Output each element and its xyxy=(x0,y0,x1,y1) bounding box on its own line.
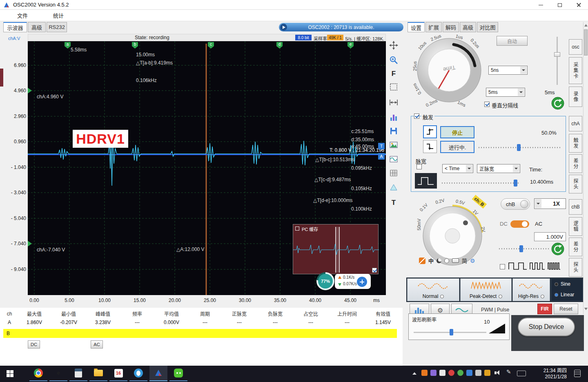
coupling-toggle[interactable] xyxy=(510,220,529,228)
taskbar-osc-app-icon[interactable] xyxy=(149,366,167,381)
panel-tab-decode[interactable]: 解码 xyxy=(443,22,459,32)
moon-icon[interactable] xyxy=(437,258,441,263)
pwm-pulse-label[interactable]: PWM | Pulse xyxy=(481,307,509,313)
panel-tab-settings[interactable]: 设置 xyxy=(408,22,425,32)
taskbar-wechat-icon[interactable] xyxy=(169,366,187,381)
strip-tab-diff-a[interactable]: 差分 xyxy=(569,154,582,173)
strip-tab-trigger[interactable]: 触发 xyxy=(569,134,582,153)
triangle-tool-icon[interactable] xyxy=(387,181,400,193)
pulse-width-slider-thumb[interactable] xyxy=(514,180,517,187)
pc-buffer-window[interactable]: PC 缓存 xyxy=(293,224,379,274)
peak-detect-radio[interactable] xyxy=(499,295,502,298)
fir-button[interactable]: FIR xyxy=(537,304,552,314)
start-button[interactable] xyxy=(0,366,20,381)
ime-bar[interactable]: 中 简 ⚙ xyxy=(419,257,475,264)
trigger-falling-edge-button[interactable] xyxy=(423,140,437,153)
dc-label[interactable]: DC xyxy=(500,221,508,227)
tray-icon-red[interactable] xyxy=(448,370,454,376)
trigger-tool-label[interactable]: T xyxy=(387,197,400,209)
logic-wave-checkbox[interactable] xyxy=(500,264,505,269)
linear-radio[interactable] xyxy=(555,293,558,297)
tray-icon-green[interactable] xyxy=(457,370,463,376)
high-res-radio[interactable] xyxy=(541,295,544,298)
tab-rs232[interactable]: RS232 xyxy=(47,22,67,32)
auto-button[interactable]: 自动 xyxy=(497,36,528,46)
taskbar-folder-icon[interactable] xyxy=(89,366,107,381)
scope-plot[interactable]: a b c d e 5.58ms 15.00ms △T[a-b]:9.419ms… xyxy=(28,41,386,295)
strip-tab-record[interactable]: 录像 xyxy=(569,87,582,107)
panel-tab-advanced[interactable]: 高级 xyxy=(460,22,476,32)
tray-icon-white[interactable] xyxy=(439,370,445,376)
offset-slider-thumb[interactable] xyxy=(519,245,523,252)
screenshot-icon[interactable] xyxy=(387,139,400,151)
strip-tab-osc[interactable]: osc xyxy=(569,39,582,55)
menu-file[interactable]: 文件 xyxy=(12,10,33,20)
histogram-icon[interactable] xyxy=(387,111,400,123)
taskbar-ie-icon[interactable]: e xyxy=(49,366,67,381)
taskbar-calculator-icon[interactable] xyxy=(69,366,87,381)
tray-speaker-icon[interactable] xyxy=(493,369,501,376)
probe-dropdown[interactable]: 1X xyxy=(534,198,566,209)
taskbar-clock[interactable]: 21:34 周四 2021/1/28 xyxy=(536,368,567,380)
row-b-highlight[interactable]: B xyxy=(3,329,397,338)
fft-tool-label[interactable]: F xyxy=(387,68,400,80)
taskbar-age16-icon[interactable]: 16 xyxy=(109,366,127,381)
add-button[interactable] xyxy=(357,277,367,287)
keyboard-icon[interactable] xyxy=(452,258,459,263)
tab-oscilloscope[interactable]: 示波器 xyxy=(3,22,27,32)
normal-radio[interactable] xyxy=(440,295,444,298)
timebase-dropdown-2[interactable]: 5ms xyxy=(486,88,525,97)
scroll-down-icon[interactable] xyxy=(584,308,588,310)
strip-tab-logic[interactable]: 逻辑 xyxy=(569,217,582,236)
strip-tab-capture-card[interactable]: 采集卡 xyxy=(569,57,582,84)
pulse-width-checkbox[interactable] xyxy=(416,164,422,169)
reset-button[interactable]: Reset xyxy=(554,304,578,314)
time-vertical-slider[interactable] xyxy=(557,37,558,85)
mode-normal[interactable]: Normal xyxy=(407,278,459,301)
gear-icon[interactable]: ⚙ xyxy=(470,258,475,264)
time-reset-button[interactable] xyxy=(551,97,564,110)
time-vertical-slider-thumb[interactable] xyxy=(554,52,560,57)
scroll-up-icon[interactable] xyxy=(584,24,588,27)
ime-lang-indicator[interactable]: 中 xyxy=(428,257,434,264)
select-region-icon[interactable] xyxy=(387,81,400,93)
tray-icon-blue[interactable] xyxy=(466,370,472,376)
channel-a-marker[interactable]: A xyxy=(378,153,385,160)
zoom-tool-icon[interactable] xyxy=(387,54,400,66)
action-center-icon[interactable] xyxy=(574,370,581,377)
ime-simplified-indicator[interactable]: 简 xyxy=(462,257,467,264)
pulse-condition-dropdown[interactable]: < Time xyxy=(442,164,473,173)
taskbar-chrome-icon[interactable] xyxy=(29,366,47,381)
trigger-running-button[interactable]: 进行中. xyxy=(440,141,474,153)
panel-scrollbar[interactable] xyxy=(583,22,588,314)
scrollbar-thumb[interactable] xyxy=(584,29,588,56)
strip-tab-diff-b[interactable]: 差分 xyxy=(569,238,582,256)
punctuation-icon[interactable] xyxy=(444,258,449,263)
menu-stats[interactable]: 统计 xyxy=(48,10,69,20)
trigger-level-slider-thumb[interactable] xyxy=(517,144,521,151)
close-button[interactable] xyxy=(569,0,588,10)
chb-reset-button[interactable] xyxy=(551,242,564,255)
pan-tool-icon[interactable] xyxy=(387,39,400,51)
minimize-button[interactable] xyxy=(532,0,550,10)
tray-pen-icon[interactable]: ✎ xyxy=(506,369,511,375)
ac-button[interactable]: AC xyxy=(91,340,103,349)
strip-tab-probe-a[interactable]: 探头 xyxy=(569,175,582,193)
offset-input[interactable]: 1.000V xyxy=(534,232,566,241)
update-notification[interactable]: OSC2002 : 20713 is available. xyxy=(279,23,403,31)
panel-tab-extension[interactable]: 扩展 xyxy=(425,22,442,32)
trigger-stop-button[interactable]: 停止 xyxy=(440,126,474,138)
trigger-rising-edge-button[interactable] xyxy=(423,125,437,138)
tray-icon-grey[interactable] xyxy=(475,370,481,376)
trigger-enable-checkbox[interactable] xyxy=(414,113,419,119)
tray-expand-icon[interactable] xyxy=(412,372,416,375)
tray-icon-orange[interactable] xyxy=(421,370,428,376)
channel-position-arrow[interactable] xyxy=(28,88,32,93)
dock-handle[interactable] xyxy=(0,69,3,87)
timebase-dropdown-1[interactable]: 5ns xyxy=(488,66,528,75)
refresh-rate-slider-thumb[interactable] xyxy=(450,329,453,335)
measure-horizontal-icon[interactable] xyxy=(387,96,400,109)
mode-high-res[interactable]: High-Res xyxy=(512,278,550,301)
pulse-polarity-dropdown[interactable]: 正脉宽 xyxy=(477,164,520,173)
pc-buffer-confirm-checkbox[interactable] xyxy=(372,268,377,273)
